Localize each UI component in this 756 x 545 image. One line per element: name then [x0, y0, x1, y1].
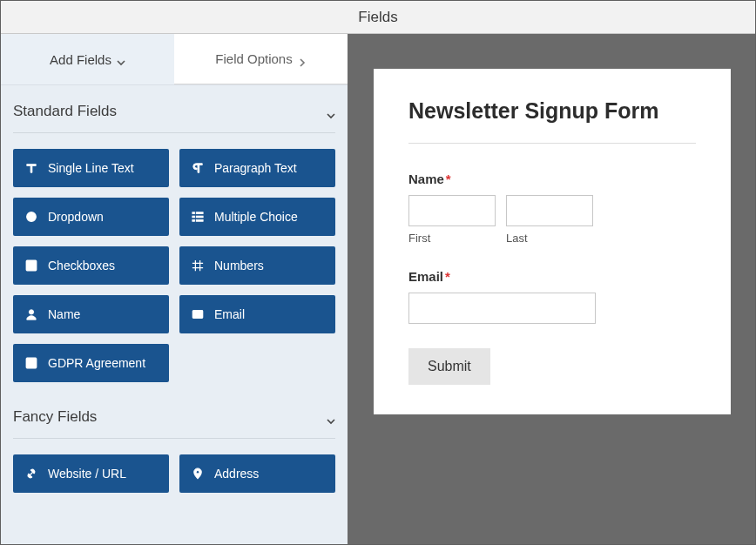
email-icon	[192, 308, 204, 320]
field-single-line-text[interactable]: Single Line Text	[13, 149, 169, 187]
field-numbers[interactable]: Numbers	[179, 246, 335, 285]
field-checkboxes[interactable]: Checkboxes	[13, 246, 169, 285]
email-input[interactable]	[408, 293, 596, 324]
name-label: Name*	[408, 172, 696, 186]
paragraph-icon	[192, 162, 204, 174]
url-icon	[25, 468, 37, 480]
chip-label: GDPR Agreement	[48, 356, 145, 370]
standard-fields-grid: Single Line Text Paragraph Text Dropdown…	[13, 133, 335, 382]
chip-label: Name	[48, 307, 80, 321]
form-card: Newsletter Signup Form Name* First Last	[374, 69, 731, 414]
name-inputs-row: First Last	[408, 195, 696, 245]
chevron-down-icon	[117, 55, 125, 64]
chip-label: Multiple Choice	[214, 210, 298, 224]
chevron-right-icon	[298, 55, 307, 64]
svg-rect-2	[196, 212, 203, 214]
svg-rect-4	[196, 216, 203, 218]
chevron-down-icon	[327, 413, 335, 421]
gdpr-icon	[25, 357, 37, 369]
checkboxes-icon	[25, 259, 37, 272]
numbers-icon	[192, 259, 204, 272]
form-title: Newsletter Signup Form	[408, 98, 696, 144]
window-titlebar: Fields	[1, 1, 755, 34]
panel-tabs: Add Fields Field Options	[1, 34, 348, 84]
name-icon	[25, 308, 37, 320]
field-row-email: Email*	[408, 269, 696, 324]
section-header-fancy[interactable]: Fancy Fields	[13, 382, 335, 439]
section-title-fancy: Fancy Fields	[13, 408, 97, 426]
section-title-standard: Standard Fields	[13, 103, 117, 120]
name-label-text: Name	[408, 172, 444, 186]
field-website-url[interactable]: Website / URL	[13, 454, 169, 493]
field-email[interactable]: Email	[179, 295, 335, 333]
tab-add-fields[interactable]: Add Fields	[1, 34, 174, 84]
tab-field-options[interactable]: Field Options	[174, 34, 348, 84]
address-icon	[192, 468, 204, 480]
last-sublabel: Last	[506, 232, 593, 245]
field-row-name: Name* First Last	[408, 172, 696, 245]
section-header-standard[interactable]: Standard Fields	[13, 85, 335, 133]
chip-label: Numbers	[214, 259, 264, 272]
chip-label: Dropdown	[48, 210, 104, 224]
body-row: Add Fields Field Options Standard Fields	[1, 34, 755, 544]
svg-rect-3	[192, 216, 195, 218]
field-paragraph-text[interactable]: Paragraph Text	[179, 149, 335, 187]
multiple-icon	[192, 211, 204, 223]
field-multiple-choice[interactable]: Multiple Choice	[179, 198, 335, 236]
chip-label: Single Line Text	[48, 161, 134, 175]
required-mark: *	[445, 269, 450, 284]
svg-point-8	[29, 310, 33, 314]
email-label: Email*	[408, 269, 696, 284]
first-sublabel: First	[408, 232, 496, 245]
field-name[interactable]: Name	[13, 295, 169, 333]
field-dropdown[interactable]: Dropdown	[13, 198, 169, 236]
email-label-text: Email	[408, 269, 443, 284]
window-title: Fields	[358, 9, 397, 26]
tab-field-options-label: Field Options	[215, 51, 292, 66]
required-mark: *	[446, 172, 451, 186]
chip-label: Website / URL	[48, 467, 126, 481]
text-icon	[25, 162, 37, 174]
fields-scroll[interactable]: Standard Fields Single Line Text Paragra…	[1, 84, 348, 544]
form-preview-area: Newsletter Signup Form Name* First Last	[348, 34, 755, 544]
chip-label: Checkboxes	[48, 259, 115, 272]
fields-panel: Add Fields Field Options Standard Fields	[1, 34, 348, 544]
dropdown-icon	[25, 211, 37, 223]
chip-label: Address	[214, 467, 259, 481]
chip-label: Email	[214, 307, 245, 321]
chevron-down-icon	[327, 107, 335, 116]
chip-label: Paragraph Text	[214, 161, 297, 175]
first-name-input[interactable]	[408, 195, 496, 226]
svg-rect-6	[196, 220, 203, 222]
fancy-fields-grid: Website / URL Address	[13, 439, 335, 493]
svg-rect-5	[192, 220, 195, 222]
field-gdpr-agreement[interactable]: GDPR Agreement	[13, 344, 169, 382]
submit-button[interactable]: Submit	[408, 348, 490, 385]
tab-add-fields-label: Add Fields	[50, 52, 111, 67]
last-name-input[interactable]	[506, 195, 593, 226]
field-address[interactable]: Address	[179, 454, 335, 493]
svg-rect-1	[192, 212, 195, 214]
app-window: Fields Add Fields Field Options	[0, 0, 756, 545]
